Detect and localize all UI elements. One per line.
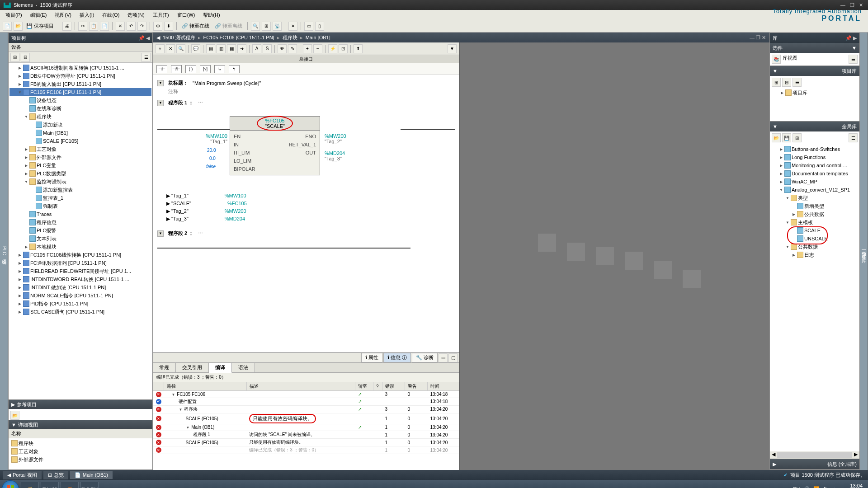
et-upload-button[interactable]: ⬆ [354,44,363,53]
diagnostics-tab-button[interactable]: 🔧 诊断 [412,353,438,362]
split-v-button[interactable]: ▯ [315,22,324,31]
tree-item[interactable]: 监控表_1 [9,194,151,202]
globlib-item[interactable]: ▼公共数据 [771,243,859,251]
project-tree[interactable]: ▶ASCII与16进制间相互转换 [CPU 1511-1 ...▶DB块中DW分… [9,63,152,399]
editor-min-icon[interactable]: — [750,35,755,41]
et-misc2-button[interactable]: ⊡ [339,44,348,53]
menu-工具(T)[interactable]: 工具(T) [149,11,173,19]
project-library-label[interactable]: 项目库 [842,68,857,75]
print-button[interactable]: 🖨 [62,22,71,31]
taskbar-app[interactable]: 🦊 [61,482,79,488]
block-comment[interactable]: 注释 [157,88,455,95]
cross-ref-button[interactable]: ⊞ [262,22,271,31]
output-row[interactable]: ✕程序段 1访问的块 "SCALE" 尚未被编译。1013:04:20 [153,431,459,439]
tree-item[interactable]: ▼程序块 [9,113,151,121]
globlib-btn1[interactable]: 📂 [772,133,781,142]
globlib-btn2[interactable]: 💾 [782,133,791,142]
tag-row[interactable]: ▶ "SCALE"%FC105 [166,200,446,207]
et-block-button[interactable]: ▦ [227,44,236,53]
info-tab-button[interactable]: ℹ 信息 ⓘ [383,353,411,362]
output-tab-编译[interactable]: 编译 [209,363,232,373]
breadcrumb-item[interactable]: 程序块 [283,34,297,41]
globlib-item[interactable]: ▶公共数据 [771,210,859,218]
taskbar-app[interactable]: TIA V12 [41,482,59,488]
output-tab-语法[interactable]: 语法 [232,363,255,372]
block-title-value[interactable]: "Main Program Sweep (Cycle)" [193,80,261,86]
globlib-item[interactable]: SCALE [771,226,859,235]
copy-button[interactable]: 📋 [89,22,98,31]
et-abs-button[interactable]: A [252,44,261,53]
output-min-button[interactable]: ▭ [439,353,448,362]
tray-flag-icon[interactable]: 🏳 [823,486,828,488]
tree-details-button[interactable]: ☰ [142,53,151,62]
editor-max-icon[interactable]: ❐ [756,35,760,41]
projlib-item[interactable]: ▶项目库 [772,89,858,97]
globlib-scroll-right[interactable]: ▶ [854,451,858,459]
net2-collapse-button[interactable]: ▼ [157,230,164,237]
projlib-btn3[interactable]: ☰ [793,78,802,87]
menu-视图(V)[interactable]: 视图(V) [51,11,75,19]
tree-item[interactable]: 强制表 [9,202,151,210]
projlib-btn1[interactable]: ⊞ [772,78,781,87]
output-row[interactable]: ✕▼ FC105 FC106↗3013:04:18 [153,391,459,398]
detail-item[interactable]: 程序块 [9,439,151,447]
globlib-btn3[interactable]: ⊞ [793,133,802,142]
options-expand-icon[interactable]: ▼ [852,45,857,51]
tree-expand-button[interactable]: ⊞ [10,53,19,62]
tree-item[interactable]: Traces [9,210,151,218]
menu-在线(O)[interactable]: 在线(O) [99,11,123,19]
globlib-item[interactable]: ▶Documentation templates [771,169,859,178]
tree-item[interactable]: 文本列表 [9,235,151,243]
tree-item[interactable]: SCALE [FC105] [9,137,151,145]
et-network-before-button[interactable]: ▤ [206,44,215,53]
et-expand-iface-button[interactable]: ▼ [448,44,457,53]
breadcrumb-item[interactable]: FC105 FC106 [CPU 1511-1 PN] [203,35,274,40]
globlib-scroll-left[interactable]: ◀ [772,451,775,459]
tree-item[interactable]: 添加新监控表 [9,186,151,194]
compile-button[interactable]: ⚙ [153,22,162,31]
delete-button[interactable]: ✕ [116,22,125,31]
ref-open-button[interactable]: 📂 [10,411,19,420]
tree-item[interactable]: PLC报警 [9,226,151,235]
tree-item[interactable]: ▼监控与强制表 [9,178,151,186]
tree-item[interactable]: ▶ASCII与16进制间相互转换 [CPU 1511-1 ... [9,64,151,72]
et-modify-button[interactable]: ✎ [288,44,297,53]
lad-contact-nc[interactable]: ⊣/⊢ [171,65,182,73]
go-offline-button[interactable]: 🔗 转至离线 [213,23,244,29]
tree-item[interactable]: ▶工艺对象 [9,145,151,153]
block-collapse-button[interactable]: ▼ [157,80,164,86]
globlib-item[interactable]: ▶WinAC_MP [771,178,859,186]
editor-body[interactable]: ▼ 块标题： "Main Program Sweep (Cycle)" 注释 ▼… [153,75,459,352]
reference-projects-label[interactable]: 参考项目 [17,401,37,408]
output-tab-交叉引用[interactable]: 交叉引用 [176,363,209,372]
compile-results-grid[interactable]: 路径描述转至?错误警告时间✕▼ FC105 FC106↗3013:04:18✔硬… [153,382,459,470]
download-button[interactable]: ⬇ [164,22,173,31]
et-misc1-button[interactable]: ⚡ [328,44,337,53]
et-network-after-button[interactable]: ▥ [217,44,226,53]
et-zoom-out-button[interactable]: − [313,44,322,53]
globlib-item[interactable]: ▶Long Functions [771,153,859,161]
ime-indicator[interactable]: CH [793,486,800,488]
output-row[interactable]: ✕编译已完成（错误：3 ；警告：0）1013:04:20 [153,446,459,454]
fb-header[interactable]: %FC105 "SCALE" [230,116,320,131]
panel-pin-icon[interactable]: 📌 [138,35,145,41]
tree-item[interactable]: ▶PID指令 [CPU 1511-1 PN] [9,300,151,308]
taskbar-app[interactable]: PLC SIM [80,482,99,488]
et-sym-button[interactable]: S [263,44,272,53]
tree-item[interactable]: 设备组态 [9,96,151,104]
et-zoom-in-button[interactable]: + [303,44,312,53]
global-library-label[interactable]: 全局库 [842,123,857,130]
globlib-item[interactable]: UNSCALE [771,235,859,243]
tree-item[interactable]: ▶FC105 FC106线性转换 [CPU 1511-1 PN] [9,251,151,259]
tree-item[interactable]: 在线和诊断 [9,104,151,113]
output-row[interactable]: ✔硬件配置↗13:04:18 [153,398,459,405]
globlib-btn4[interactable]: ☰ [849,133,858,142]
cut-button[interactable]: ✂ [78,22,87,31]
options-label[interactable]: 选件 [773,45,783,52]
taskbar-app[interactable]: 📁 [21,482,39,488]
new-project-button[interactable]: 📄 [3,22,12,31]
bc-nav-left-icon[interactable]: ◀ [156,35,160,41]
tray-chevron-icon[interactable]: ▲ [832,486,837,488]
tray-sound-icon[interactable]: 🔊 [803,486,810,488]
globlib-item[interactable]: ▶Monitoring-and-control-... [771,161,859,169]
